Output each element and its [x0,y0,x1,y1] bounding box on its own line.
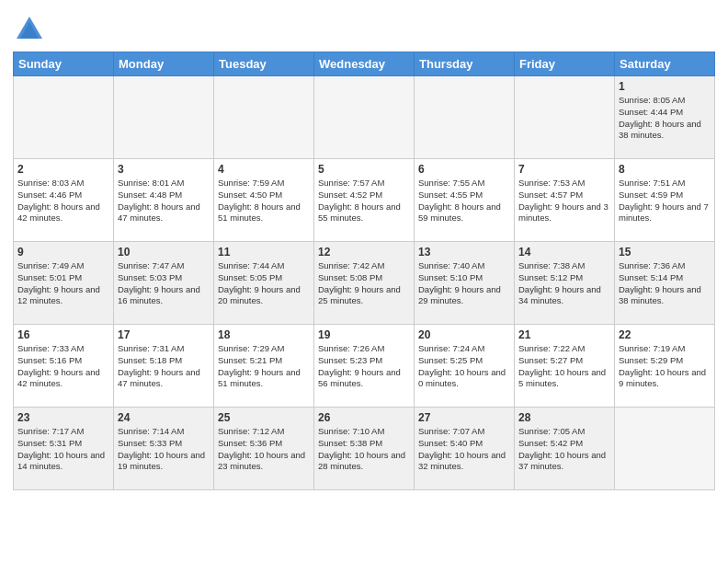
calendar-cell [415,76,515,159]
calendar-cell: 14Sunrise: 7:38 AM Sunset: 5:12 PM Dayli… [515,242,615,325]
calendar-cell: 28Sunrise: 7:05 AM Sunset: 5:42 PM Dayli… [515,408,615,490]
header [13,9,715,46]
calendar-cell [615,408,715,490]
weekday-header-tuesday: Tuesday [214,52,314,76]
day-number: 9 [17,246,109,259]
calendar-cell: 10Sunrise: 7:47 AM Sunset: 5:03 PM Dayli… [114,242,214,325]
calendar-cell: 15Sunrise: 7:36 AM Sunset: 5:14 PM Dayli… [615,242,715,325]
day-info: Sunrise: 7:31 AM Sunset: 5:18 PM Dayligh… [118,343,210,390]
calendar-cell: 16Sunrise: 7:33 AM Sunset: 5:16 PM Dayli… [14,325,114,408]
week-row-2: 2Sunrise: 8:03 AM Sunset: 4:46 PM Daylig… [14,159,715,242]
day-info: Sunrise: 8:01 AM Sunset: 4:48 PM Dayligh… [118,178,210,224]
day-info: Sunrise: 8:05 AM Sunset: 4:44 PM Dayligh… [619,95,711,142]
day-number: 22 [619,328,711,341]
day-number: 2 [17,163,109,176]
day-number: 17 [118,328,210,341]
day-info: Sunrise: 7:53 AM Sunset: 4:57 PM Dayligh… [518,178,610,224]
day-info: Sunrise: 7:51 AM Sunset: 4:59 PM Dayligh… [619,178,711,224]
day-number: 3 [118,163,210,176]
day-info: Sunrise: 8:03 AM Sunset: 4:46 PM Dayligh… [17,178,109,224]
day-info: Sunrise: 7:22 AM Sunset: 5:27 PM Dayligh… [518,343,610,390]
calendar-cell: 26Sunrise: 7:10 AM Sunset: 5:38 PM Dayli… [314,408,415,490]
calendar-cell [515,76,615,159]
day-number: 20 [418,328,510,341]
calendar-cell: 23Sunrise: 7:17 AM Sunset: 5:31 PM Dayli… [14,408,114,490]
day-number: 16 [17,328,109,341]
calendar-cell: 1Sunrise: 8:05 AM Sunset: 4:44 PM Daylig… [615,76,715,159]
day-info: Sunrise: 7:59 AM Sunset: 4:50 PM Dayligh… [218,178,310,224]
calendar-cell: 17Sunrise: 7:31 AM Sunset: 5:18 PM Dayli… [114,325,214,408]
day-info: Sunrise: 7:47 AM Sunset: 5:03 PM Dayligh… [118,260,210,307]
calendar-cell: 20Sunrise: 7:24 AM Sunset: 5:25 PM Dayli… [415,325,515,408]
day-number: 26 [318,411,410,424]
weekday-header-saturday: Saturday [615,52,715,76]
calendar-cell: 4Sunrise: 7:59 AM Sunset: 4:50 PM Daylig… [214,159,314,242]
day-number: 6 [418,163,510,176]
calendar-cell: 11Sunrise: 7:44 AM Sunset: 5:05 PM Dayli… [214,242,314,325]
day-number: 25 [218,411,310,424]
day-info: Sunrise: 7:10 AM Sunset: 5:38 PM Dayligh… [318,426,410,473]
calendar-cell [314,76,415,159]
week-row-4: 16Sunrise: 7:33 AM Sunset: 5:16 PM Dayli… [14,325,715,408]
calendar-cell: 7Sunrise: 7:53 AM Sunset: 4:57 PM Daylig… [515,159,615,242]
day-number: 23 [17,411,109,424]
day-number: 5 [318,163,410,176]
calendar-cell: 8Sunrise: 7:51 AM Sunset: 4:59 PM Daylig… [615,159,715,242]
day-info: Sunrise: 7:36 AM Sunset: 5:14 PM Dayligh… [619,260,711,307]
day-info: Sunrise: 7:44 AM Sunset: 5:05 PM Dayligh… [218,260,310,307]
calendar-cell: 24Sunrise: 7:14 AM Sunset: 5:33 PM Dayli… [114,408,214,490]
day-number: 12 [318,246,410,259]
day-info: Sunrise: 7:12 AM Sunset: 5:36 PM Dayligh… [218,426,310,473]
weekday-header-friday: Friday [515,52,615,76]
weekday-header-sunday: Sunday [14,52,114,76]
calendar-cell [14,76,114,159]
week-row-5: 23Sunrise: 7:17 AM Sunset: 5:31 PM Dayli… [14,408,715,490]
day-info: Sunrise: 7:42 AM Sunset: 5:08 PM Dayligh… [318,260,410,307]
day-number: 18 [218,328,310,341]
day-number: 7 [518,163,610,176]
day-number: 27 [418,411,510,424]
day-info: Sunrise: 7:49 AM Sunset: 5:01 PM Dayligh… [17,260,109,307]
day-number: 15 [619,246,711,259]
weekday-header-wednesday: Wednesday [314,52,415,76]
day-info: Sunrise: 7:57 AM Sunset: 4:52 PM Dayligh… [318,178,410,224]
day-number: 1 [619,80,711,93]
day-number: 4 [218,163,310,176]
day-number: 28 [518,411,610,424]
calendar-cell: 27Sunrise: 7:07 AM Sunset: 5:40 PM Dayli… [415,408,515,490]
day-number: 24 [118,411,210,424]
day-info: Sunrise: 7:24 AM Sunset: 5:25 PM Dayligh… [418,343,510,390]
calendar-cell: 21Sunrise: 7:22 AM Sunset: 5:27 PM Dayli… [515,325,615,408]
day-number: 13 [418,246,510,259]
calendar-cell: 3Sunrise: 8:01 AM Sunset: 4:48 PM Daylig… [114,159,214,242]
day-info: Sunrise: 7:55 AM Sunset: 4:55 PM Dayligh… [418,178,510,224]
week-row-3: 9Sunrise: 7:49 AM Sunset: 5:01 PM Daylig… [14,242,715,325]
day-info: Sunrise: 7:17 AM Sunset: 5:31 PM Dayligh… [17,426,109,473]
day-info: Sunrise: 7:33 AM Sunset: 5:16 PM Dayligh… [17,343,109,390]
day-info: Sunrise: 7:19 AM Sunset: 5:29 PM Dayligh… [619,343,711,390]
day-info: Sunrise: 7:40 AM Sunset: 5:10 PM Dayligh… [418,260,510,307]
day-number: 19 [318,328,410,341]
calendar-cell: 22Sunrise: 7:19 AM Sunset: 5:29 PM Dayli… [615,325,715,408]
day-info: Sunrise: 7:29 AM Sunset: 5:21 PM Dayligh… [218,343,310,390]
day-number: 8 [619,163,711,176]
day-info: Sunrise: 7:05 AM Sunset: 5:42 PM Dayligh… [518,426,610,473]
weekday-header-thursday: Thursday [415,52,515,76]
calendar-cell [214,76,314,159]
calendar-cell: 13Sunrise: 7:40 AM Sunset: 5:10 PM Dayli… [415,242,515,325]
calendar-cell: 9Sunrise: 7:49 AM Sunset: 5:01 PM Daylig… [14,242,114,325]
day-number: 11 [218,246,310,259]
day-info: Sunrise: 7:14 AM Sunset: 5:33 PM Dayligh… [118,426,210,473]
calendar-container: SundayMondayTuesdayWednesdayThursdayFrid… [0,0,728,500]
calendar-cell: 19Sunrise: 7:26 AM Sunset: 5:23 PM Dayli… [314,325,415,408]
week-row-1: 1Sunrise: 8:05 AM Sunset: 4:44 PM Daylig… [14,76,715,159]
day-number: 10 [118,246,210,259]
day-info: Sunrise: 7:38 AM Sunset: 5:12 PM Dayligh… [518,260,610,307]
day-number: 14 [518,246,610,259]
logo [13,13,50,46]
calendar-cell: 6Sunrise: 7:55 AM Sunset: 4:55 PM Daylig… [415,159,515,242]
calendar-cell: 2Sunrise: 8:03 AM Sunset: 4:46 PM Daylig… [14,159,114,242]
day-info: Sunrise: 7:07 AM Sunset: 5:40 PM Dayligh… [418,426,510,473]
logo-icon [13,13,46,46]
calendar-cell [114,76,214,159]
